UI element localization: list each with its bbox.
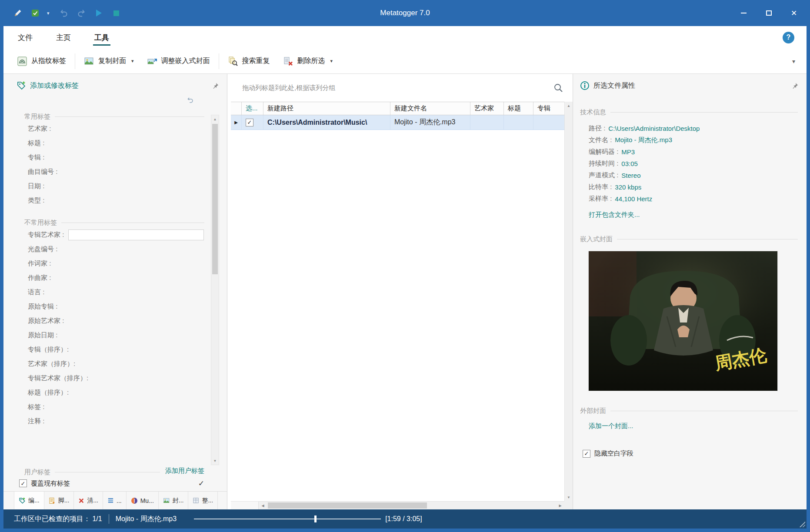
bottom-tab-scripts[interactable]: 脚... [44, 492, 74, 509]
tag-field-input[interactable] [49, 287, 204, 298]
playback-slider-track[interactable] [194, 519, 381, 519]
minimize-button[interactable] [731, 4, 756, 22]
tag-field-input[interactable] [68, 316, 204, 326]
scrollbar-thumb[interactable] [212, 124, 218, 274]
bottom-tab-covers[interactable]: 封... [159, 492, 189, 509]
scrollbar-track[interactable] [267, 502, 556, 509]
row-checkbox[interactable]: ✓ [246, 119, 253, 126]
hide-empty-checkbox[interactable]: ✓ [583, 450, 590, 458]
scrollbar-track[interactable] [565, 110, 573, 493]
tag-field-input[interactable] [55, 273, 204, 283]
column-header-artist[interactable]: 艺术家 [470, 102, 504, 115]
tag-field-input[interactable] [49, 195, 204, 206]
tag-field-input[interactable] [80, 359, 204, 369]
tag-field-input[interactable] [49, 402, 204, 412]
tag-field-input[interactable] [68, 229, 204, 240]
row-artist [470, 115, 504, 130]
resize-grip[interactable] [799, 521, 805, 527]
group-by-bar[interactable]: 拖动列标题到此处,根据该列分组 [227, 74, 573, 102]
grid-horizontal-scrollbar[interactable]: ◀ ▶ [231, 501, 564, 509]
add-user-tag-link[interactable]: 添加用户标签 [165, 467, 204, 475]
from-fingerprint-button[interactable]: 从指纹标签 [10, 51, 73, 71]
tab-tools[interactable]: 工具 [93, 26, 110, 49]
app-tag-icon[interactable] [30, 7, 41, 19]
column-header-album[interactable]: 专辑 [533, 102, 565, 115]
column-header-title[interactable]: 标题 [504, 102, 533, 115]
titlebar: ▾ Metatogger 7.0 ✕ [3, 0, 807, 26]
bottom-tab-clean[interactable]: 清... [74, 492, 103, 509]
bottom-tab-musicbrainz[interactable]: Mu... [127, 492, 159, 509]
hide-empty-label[interactable]: 隐藏空白字段 [594, 449, 633, 458]
column-header-new-filename[interactable]: 新建文件名 [390, 102, 470, 115]
redo-icon[interactable] [76, 7, 87, 19]
add-cover-link[interactable]: 添加一个封面... [589, 422, 633, 430]
help-button[interactable]: ? [783, 32, 794, 43]
tag-field-label: 艺术家（排序）: [28, 360, 75, 368]
embedded-cover-image[interactable]: 周杰伦 [589, 251, 777, 391]
tag-field-input[interactable] [73, 387, 204, 398]
playback-slider[interactable] [194, 515, 381, 523]
bottom-tab-organize[interactable]: 整... [188, 492, 218, 509]
scroll-left-icon[interactable]: ◀ [259, 502, 267, 509]
table-row[interactable]: ▶ ✓ C:\Users\Administrator\Music\ Mojito… [231, 115, 564, 130]
scrollbar-track[interactable] [211, 123, 219, 457]
tag-field-input[interactable] [73, 344, 204, 355]
delete-selected-icon [283, 56, 293, 66]
tag-panel-scrollbar[interactable]: ▲ ▼ [211, 115, 219, 465]
close-button[interactable]: ✕ [781, 4, 807, 22]
qat-dropdown-icon[interactable]: ▾ [47, 10, 52, 16]
tag-field-input[interactable] [49, 181, 204, 192]
scroll-down-icon[interactable]: ▼ [211, 457, 219, 465]
tab-file[interactable]: 文件 [17, 26, 34, 49]
scroll-up-icon[interactable]: ▲ [565, 102, 573, 110]
pin-icon[interactable] [791, 82, 799, 90]
open-containing-folder-link[interactable]: 打开包含文件夹... [589, 211, 640, 219]
tag-field-input[interactable] [49, 416, 204, 427]
bottom-tab-list[interactable]: ... [103, 492, 127, 509]
play-icon[interactable] [93, 7, 104, 19]
grid-vertical-scrollbar[interactable]: ▲ ▼ [564, 102, 573, 501]
bottom-tab-edit-tags[interactable]: 编... [14, 492, 44, 509]
adjust-embedded-cover-button[interactable]: 调整嵌入式封面 [140, 51, 217, 71]
scroll-right-icon[interactable]: ▶ [556, 502, 564, 509]
dropdown-caret-icon[interactable]: ▾ [131, 58, 134, 64]
toolbar-button-label: 复制封面 [98, 57, 126, 66]
tag-field-input[interactable] [62, 301, 204, 312]
playback-slider-thumb[interactable] [314, 515, 317, 522]
scroll-down-icon[interactable]: ▼ [565, 493, 573, 501]
reset-icon[interactable] [187, 96, 194, 104]
scroll-up-icon[interactable]: ▲ [211, 115, 219, 123]
apply-check-icon[interactable]: ✓ [198, 479, 204, 488]
tag-field-input[interactable] [62, 330, 204, 341]
tab-home[interactable]: 主页 [55, 26, 72, 49]
properties-panel-header: 所选文件属性 [573, 74, 807, 94]
dropdown-caret-icon[interactable]: ▾ [330, 58, 333, 64]
tag-field-input[interactable] [49, 138, 204, 149]
undo-icon[interactable] [58, 7, 70, 19]
delete-selected-button[interactable]: 删除所选 ▾ [277, 51, 340, 71]
adjust-cover-icon [147, 56, 157, 66]
tag-field-input[interactable] [62, 166, 204, 177]
tag-field-input[interactable] [93, 373, 204, 384]
copy-cover-button[interactable]: 复制封面 ▾ [77, 51, 140, 71]
column-header-new-path[interactable]: 新建路径 [263, 102, 390, 115]
search-icon[interactable] [553, 83, 563, 93]
maximize-button[interactable] [756, 4, 781, 22]
scrollbar-thumb[interactable] [268, 502, 427, 509]
stop-icon[interactable] [110, 7, 122, 19]
property-value: MP3 [621, 148, 635, 156]
column-header-select[interactable]: 选... [242, 102, 263, 115]
row-expander-icon[interactable]: ▶ [231, 115, 242, 130]
edit-pencil-icon[interactable] [12, 7, 23, 19]
tag-field-input[interactable] [55, 123, 204, 134]
pin-icon[interactable] [212, 82, 219, 90]
search-duplicates-button[interactable]: 搜索重复 [221, 51, 277, 71]
ribbon-collapse-icon[interactable]: ▾ [788, 55, 800, 67]
tag-field-input[interactable] [55, 258, 204, 269]
overwrite-checkbox[interactable]: ✓ [19, 479, 27, 487]
tag-plus-icon [19, 497, 26, 504]
tag-field-input[interactable] [62, 244, 204, 255]
tag-field-input[interactable] [49, 152, 204, 163]
tag-field-label: 标题 : [28, 139, 44, 147]
overwrite-label[interactable]: 覆盖现有标签 [31, 479, 70, 488]
